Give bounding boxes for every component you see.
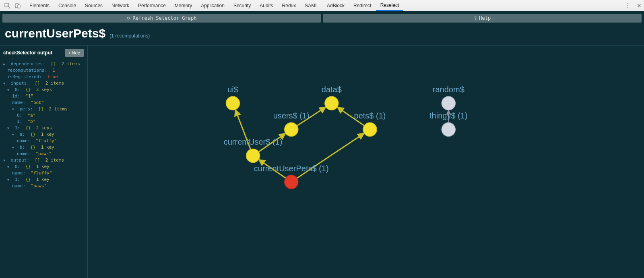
tree-row-output[interactable]: output: [] 2 items [3, 157, 84, 164]
tree-row-dependencies[interactable]: dependencies: [] 2 items [3, 61, 84, 67]
graph-node-ui[interactable]: ui$ [226, 85, 239, 110]
graph-node-thingy[interactable]: thingy$ (1) [429, 111, 468, 136]
tree-row-inputs-0[interactable]: 0: {} 3 keys [3, 87, 84, 93]
workspace: checkSelector output ‹ hide dependencies… [0, 45, 644, 278]
caret-icon[interactable] [12, 144, 16, 151]
svg-point-3 [226, 96, 239, 110]
tree-row-inputs[interactable]: inputs: [] 2 items [3, 80, 84, 87]
tree-row-inputs-0-id[interactable]: id: "1" [3, 93, 84, 100]
graph-node-label: ui$ [227, 85, 238, 94]
graph-node-label: currentUser$ (1) [224, 137, 283, 146]
tree-row-inputs-0-pets-0[interactable]: 0: "a" [3, 112, 84, 119]
graph-node-label: thingy$ (1) [429, 111, 468, 120]
tree-row-isregistered[interactable]: isRegistered: true [3, 74, 84, 80]
devtools-tab-adblock[interactable]: AdBlock [322, 0, 349, 11]
svg-point-8 [285, 175, 298, 189]
tree-row-output-1-name[interactable]: name: "paws" [3, 183, 84, 189]
devtools-tab-saml[interactable]: SAML [300, 0, 322, 11]
devtools-tabs: ElementsConsoleSourcesNetworkPerformance… [25, 0, 403, 11]
graph-svg: ui$data$users$ (1)pets$ (1)currentUser$ … [88, 46, 644, 278]
chevron-left-icon: ‹ [69, 50, 70, 55]
device-toggle-icon[interactable] [14, 2, 21, 9]
caret-icon[interactable] [7, 125, 11, 131]
devtools-tab-memory[interactable]: Memory [170, 0, 196, 11]
graph-node-currentUser[interactable]: currentUser$ (1) [224, 137, 283, 162]
svg-point-10 [442, 122, 455, 136]
graph-node-label: random$ [433, 85, 464, 94]
refresh-graph-button[interactable]: ⟳ Refresh Selector Graph [2, 14, 321, 23]
help-button[interactable]: ? Help [323, 14, 642, 23]
close-devtools-icon[interactable]: ✕ [637, 2, 642, 9]
svg-point-6 [363, 122, 377, 136]
caret-icon[interactable] [3, 61, 7, 67]
tree-row-output-1[interactable]: 1: {} 1 key [3, 176, 84, 183]
devtools-tab-security[interactable]: Security [229, 0, 255, 11]
tree-row-recomputations[interactable]: recomputations: 1 [3, 67, 84, 74]
svg-point-7 [246, 149, 260, 162]
tree-row-output-0[interactable]: 0: {} 1 key [3, 164, 84, 170]
graph-node-label: data$ [322, 85, 342, 94]
tree-row-inputs-1-b-name[interactable]: name: "paws" [3, 151, 84, 157]
graph-node-label: currentUserPets$ (1) [254, 164, 329, 173]
tree-row-inputs-1-b[interactable]: b: {} 1 key [3, 144, 84, 151]
svg-point-9 [442, 96, 455, 110]
devtools-tab-console[interactable]: Console [54, 0, 80, 11]
inspect-icon[interactable] [4, 2, 10, 9]
sidebar-heading: checkSelector output [3, 50, 52, 56]
svg-point-4 [325, 96, 339, 110]
devtools-tab-sources[interactable]: Sources [80, 0, 107, 11]
refresh-label: Refresh Selector Graph [133, 15, 197, 21]
devtools-tab-network[interactable]: Network [107, 0, 134, 11]
tree-row-output-0-name[interactable]: name: "fluffy" [3, 170, 84, 176]
devtools-tab-audits[interactable]: Audits [255, 0, 277, 11]
graph-node-currentUserPets[interactable]: currentUserPets$ (1) [254, 164, 329, 189]
graph-node-data[interactable]: data$ [322, 85, 342, 110]
caret-icon[interactable] [7, 164, 11, 170]
devtools-tabbar: ElementsConsoleSourcesNetworkPerformance… [0, 0, 644, 11]
graph-node-label: pets$ (1) [354, 111, 386, 120]
graph-node-random[interactable]: random$ [433, 85, 464, 110]
selector-title: currentUserPets$ [5, 27, 105, 40]
hide-label: hide [72, 50, 80, 55]
graph-node-pets[interactable]: pets$ (1) [354, 111, 386, 136]
graph-node-label: users$ (1) [273, 111, 310, 120]
kebab-menu-icon[interactable]: ⋮ [625, 2, 631, 9]
tree-row-inputs-1-a-name[interactable]: name: "fluffy" [3, 138, 84, 144]
graph-node-users[interactable]: users$ (1) [273, 111, 310, 136]
devtools-tab-redirect[interactable]: Redirect [349, 0, 376, 11]
svg-rect-2 [18, 5, 20, 8]
tree-row-inputs-0-name[interactable]: name: "bob" [3, 100, 84, 106]
caret-icon[interactable] [7, 176, 11, 183]
recomputations-badge: (1 recomputations) [109, 33, 150, 39]
devtools-tab-performance[interactable]: Performance [134, 0, 170, 11]
help-label: Help [479, 15, 491, 21]
action-bar: ⟳ Refresh Selector Graph ? Help [0, 11, 644, 25]
selector-title-row: currentUserPets$ (1 recomputations) [0, 25, 644, 45]
devtools-tab-application[interactable]: Application [196, 0, 229, 11]
devtools-tab-redux[interactable]: Redux [278, 0, 301, 11]
devtools-tab-reselect[interactable]: Reselect [376, 0, 404, 11]
tree-row-inputs-1-a[interactable]: a: {} 1 key [3, 131, 84, 138]
refresh-icon: ⟳ [127, 16, 130, 21]
selector-graph[interactable]: ui$data$users$ (1)pets$ (1)currentUser$ … [88, 46, 644, 278]
devtools-tab-elements[interactable]: Elements [25, 0, 54, 11]
tree-row-inputs-0-pets[interactable]: pets: [] 2 items [3, 106, 84, 112]
svg-point-5 [285, 122, 298, 136]
tree-row-inputs-0-pets-1[interactable]: 1: "b" [3, 118, 84, 125]
tree-row-inputs-1[interactable]: 1: {} 2 keys [3, 125, 84, 131]
caret-icon[interactable] [12, 106, 16, 112]
help-icon: ? [474, 16, 477, 21]
caret-icon[interactable] [7, 87, 11, 93]
caret-icon[interactable] [12, 131, 16, 138]
sidebar-panel: checkSelector output ‹ hide dependencies… [0, 46, 88, 278]
caret-icon[interactable] [3, 157, 7, 164]
json-tree: dependencies: [] 2 items recomputations:… [3, 61, 84, 189]
caret-icon[interactable] [3, 80, 7, 87]
hide-sidebar-button[interactable]: ‹ hide [65, 49, 84, 57]
